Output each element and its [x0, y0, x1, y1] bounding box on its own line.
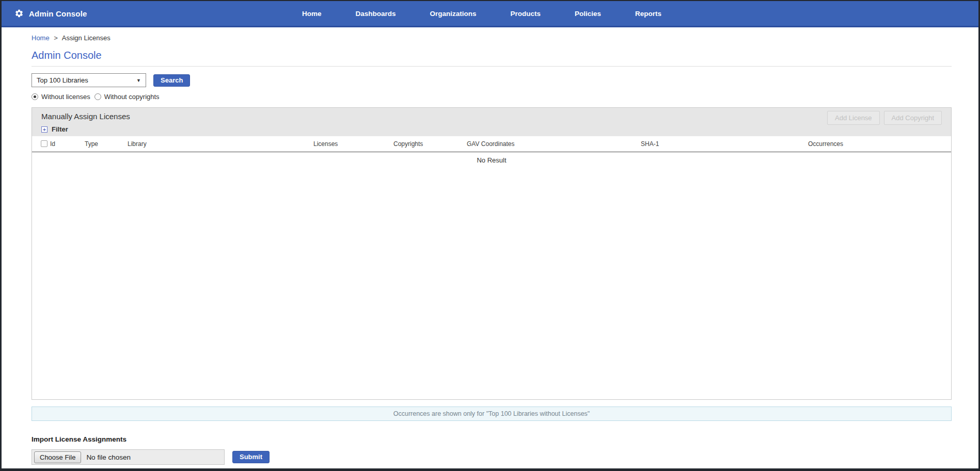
column-sha1: SHA-1	[641, 140, 659, 148]
import-row: Choose File No file chosen Submit	[31, 449, 952, 465]
top-navbar: Admin Console Home Dashboards Organizati…	[2, 1, 978, 27]
radio-without-copyrights[interactable]: Without copyrights	[94, 93, 160, 101]
column-licenses: Licenses	[313, 140, 338, 148]
page-content: Home > Assign Licenses Admin Console Top…	[31, 34, 952, 465]
panel-title: Manually Assign Licenses	[41, 112, 942, 121]
add-license-button[interactable]: Add License	[827, 111, 880, 125]
file-input[interactable]: Choose File No file chosen	[31, 449, 225, 465]
add-copyright-button[interactable]: Add Copyright	[884, 111, 942, 125]
search-controls: Top 100 Libraries ▼ Search	[31, 73, 952, 87]
select-all-checkbox[interactable]	[41, 140, 48, 147]
search-button[interactable]: Search	[153, 74, 190, 87]
radio-without-licenses[interactable]: Without licenses	[31, 93, 90, 101]
page-title: Admin Console	[31, 50, 952, 61]
breadcrumb: Home > Assign Licenses	[31, 34, 952, 42]
title-divider	[31, 66, 952, 67]
panel-header: Manually Assign Licenses Add License Add…	[32, 108, 951, 136]
gear-icon	[14, 9, 24, 18]
submit-button[interactable]: Submit	[232, 451, 270, 463]
no-result-text: No Result	[32, 156, 951, 164]
file-status-text: No file chosen	[86, 453, 131, 461]
column-occurrences: Occurrences	[808, 140, 843, 148]
panel-header-actions: Add License Add Copyright	[827, 111, 942, 125]
nav-menu: Home Dashboards Organizations Products P…	[302, 1, 661, 26]
column-gav: GAV Coordinates	[467, 140, 515, 148]
radio-selected-icon	[31, 93, 38, 100]
radio-without-copyrights-label: Without copyrights	[104, 93, 160, 101]
nav-item-organizations[interactable]: Organizations	[430, 10, 477, 18]
column-library: Library	[128, 140, 147, 148]
occurrences-notice: Occurrences are shown only for "Top 100 …	[31, 407, 952, 421]
filter-label: Filter	[52, 125, 68, 133]
column-type: Type	[85, 140, 98, 148]
occurrences-notice-text: Occurrences are shown only for "Top 100 …	[393, 410, 590, 417]
nav-item-home[interactable]: Home	[302, 10, 322, 18]
libraries-select[interactable]: Top 100 Libraries ▼	[31, 73, 146, 87]
caret-down-icon: ▼	[136, 78, 141, 83]
browser-viewport: Admin Console Home Dashboards Organizati…	[0, 0, 980, 471]
nav-item-reports[interactable]: Reports	[635, 10, 661, 18]
filter-toggle[interactable]: + Filter	[41, 125, 942, 133]
nav-item-policies[interactable]: Policies	[575, 10, 601, 18]
assign-licenses-panel: Manually Assign Licenses Add License Add…	[31, 107, 952, 400]
radio-without-licenses-label: Without licenses	[41, 93, 90, 101]
choose-file-button[interactable]: Choose File	[34, 451, 81, 463]
nav-item-products[interactable]: Products	[511, 10, 541, 18]
table-header-row: Id Type Library Licenses Copyrights GAV …	[32, 136, 951, 152]
brand[interactable]: Admin Console	[14, 9, 87, 18]
import-heading: Import License Assignments	[31, 435, 952, 443]
breadcrumb-current: Assign Licenses	[62, 34, 110, 42]
filter-radio-group: Without licenses Without copyrights	[31, 93, 952, 101]
nav-item-dashboards[interactable]: Dashboards	[356, 10, 396, 18]
breadcrumb-separator: >	[54, 34, 58, 42]
brand-label: Admin Console	[29, 9, 87, 18]
column-copyrights: Copyrights	[393, 140, 423, 148]
breadcrumb-home-link[interactable]: Home	[31, 34, 50, 42]
column-id: Id	[50, 140, 55, 148]
expand-plus-icon: +	[41, 126, 48, 133]
radio-unselected-icon	[94, 93, 101, 100]
libraries-select-value: Top 100 Libraries	[37, 76, 136, 84]
